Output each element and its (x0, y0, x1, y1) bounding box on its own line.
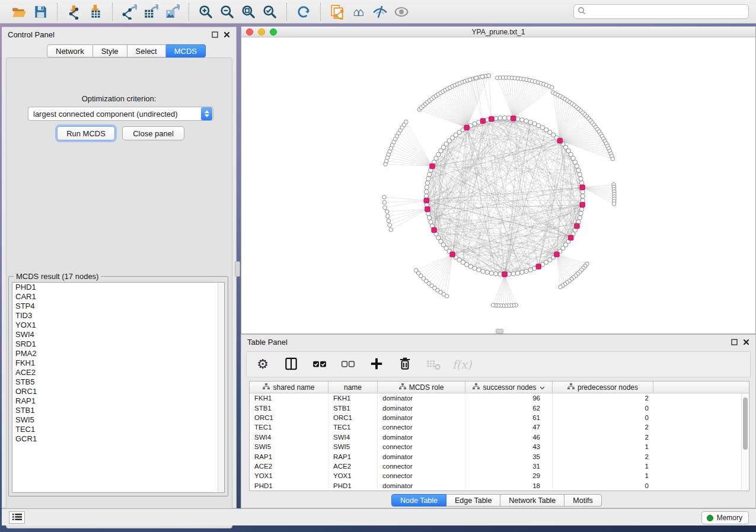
network-node[interactable] (507, 116, 511, 120)
mcds-hub-node[interactable] (580, 185, 585, 190)
save-session-button[interactable] (30, 2, 51, 21)
horizontal-splitter-handle[interactable] (496, 329, 503, 334)
network-node[interactable] (387, 219, 391, 223)
network-node[interactable] (507, 272, 511, 276)
table-row[interactable]: YOX1YOX1connector291 (250, 471, 749, 480)
result-list-scrollbar[interactable] (218, 283, 224, 492)
network-node[interactable] (580, 190, 585, 194)
mcds-result-list[interactable]: PHD1CAR1STP4TID3YOX1SWI4SRD1PMA2FKH1ACE2… (12, 282, 225, 493)
mcds-hub-node[interactable] (580, 203, 585, 207)
network-node[interactable] (576, 168, 580, 172)
memory-button[interactable]: Memory (701, 511, 749, 524)
network-node[interactable] (382, 200, 387, 204)
mcds-hub-node[interactable] (480, 118, 485, 123)
close-panel-icon[interactable] (224, 31, 230, 38)
hide-graphics-button[interactable] (369, 2, 391, 21)
criterion-dropdown[interactable]: largest connected component (undirected) (28, 107, 213, 121)
table-row[interactable]: SWI4SWI4dominator462 (250, 432, 749, 442)
network-node[interactable] (528, 268, 532, 272)
network-window-titlebar[interactable]: YPA_prune.txt_1 (241, 27, 755, 37)
mcds-result-item[interactable]: GCR1 (12, 434, 224, 444)
mcds-hub-node[interactable] (489, 117, 494, 121)
network-node[interactable] (425, 185, 429, 190)
table-row[interactable]: FKH1FKH1dominator962 (250, 393, 749, 403)
delete-row-button[interactable] (396, 355, 414, 373)
network-node[interactable] (580, 198, 585, 203)
table-row[interactable]: ACE2ACE2connector311 (250, 462, 749, 471)
network-node[interactable] (491, 303, 495, 307)
export-network-button[interactable] (119, 2, 140, 21)
network-node[interactable] (425, 203, 429, 207)
mcds-hub-node[interactable] (425, 207, 430, 211)
mcds-result-item[interactable]: STP4 (12, 302, 224, 311)
close-window-button[interactable] (246, 28, 253, 36)
network-node[interactable] (382, 195, 387, 199)
export-table-button[interactable] (140, 2, 161, 21)
select-all-button[interactable] (311, 355, 328, 373)
network-node[interactable] (480, 75, 484, 79)
network-node[interactable] (404, 120, 409, 124)
tab-motifs[interactable]: Motifs (564, 494, 601, 507)
close-panel-button[interactable]: Close panel (122, 126, 184, 140)
table-scrollbar[interactable] (741, 394, 748, 490)
network-node[interactable] (498, 116, 502, 120)
network-node[interactable] (578, 216, 582, 220)
network-node[interactable] (426, 211, 430, 216)
mcds-hub-node[interactable] (432, 227, 436, 232)
network-node[interactable] (550, 85, 554, 89)
tab-select[interactable]: Select (127, 44, 166, 57)
column-header-name[interactable]: name (328, 382, 378, 393)
import-network-button[interactable] (63, 2, 85, 21)
zoom-selected-button[interactable] (259, 2, 280, 21)
tab-mcds[interactable]: MCDS (166, 44, 206, 57)
network-node[interactable] (429, 220, 433, 224)
mcds-hub-node[interactable] (502, 272, 507, 277)
network-node[interactable] (579, 177, 583, 181)
mcds-hub-node[interactable] (554, 252, 559, 257)
network-node[interactable] (612, 202, 616, 206)
mcds-result-item[interactable]: PMA2 (12, 349, 224, 358)
network-node[interactable] (515, 117, 519, 121)
zoom-in-button[interactable] (195, 2, 216, 21)
mcds-result-item[interactable]: FKH1 (12, 358, 224, 368)
network-node[interactable] (515, 271, 519, 275)
network-node[interactable] (487, 73, 491, 78)
homes-button[interactable]: ⌂⌂ (348, 2, 369, 21)
mcds-hub-node[interactable] (424, 198, 429, 203)
mcds-result-item[interactable]: RAP1 (12, 396, 224, 406)
tab-style[interactable]: Style (93, 44, 127, 57)
network-node[interactable] (481, 269, 485, 273)
network-node[interactable] (611, 157, 615, 161)
search-input[interactable] (589, 8, 745, 16)
mcds-result-item[interactable]: CAR1 (12, 292, 224, 302)
zoom-fit-button[interactable] (238, 2, 259, 21)
network-node[interactable] (580, 194, 585, 198)
export-image-button[interactable] (161, 2, 183, 21)
network-node[interactable] (498, 272, 502, 276)
network-node[interactable] (424, 194, 428, 198)
mcds-hub-node[interactable] (575, 223, 579, 228)
network-node[interactable] (485, 270, 489, 274)
network-node[interactable] (389, 228, 393, 232)
network-node[interactable] (383, 206, 387, 210)
float-panel-icon[interactable] (731, 339, 738, 345)
minimize-window-button[interactable] (258, 28, 265, 36)
settings-gear-button[interactable]: ⚙ (254, 355, 272, 373)
eye-disabled-button[interactable] (391, 2, 412, 21)
network-node[interactable] (579, 211, 583, 216)
network-node[interactable] (524, 269, 528, 273)
column-header-shared-name[interactable]: shared name (250, 382, 328, 393)
network-node[interactable] (578, 172, 582, 177)
mcds-result-item[interactable]: SWI4 (12, 330, 224, 339)
network-node[interactable] (427, 216, 431, 220)
column-layout-button[interactable] (282, 355, 300, 373)
deselect-all-button[interactable] (339, 355, 357, 373)
refresh-layout-button[interactable] (293, 2, 314, 21)
table-row[interactable]: ORC1ORC1dominator610 (250, 413, 749, 422)
network-canvas[interactable] (241, 37, 755, 334)
network-node[interactable] (425, 181, 429, 185)
import-table-button[interactable] (85, 2, 106, 21)
zoom-out-button[interactable] (216, 2, 238, 21)
search-box[interactable] (573, 4, 749, 19)
network-node[interactable] (524, 118, 528, 123)
